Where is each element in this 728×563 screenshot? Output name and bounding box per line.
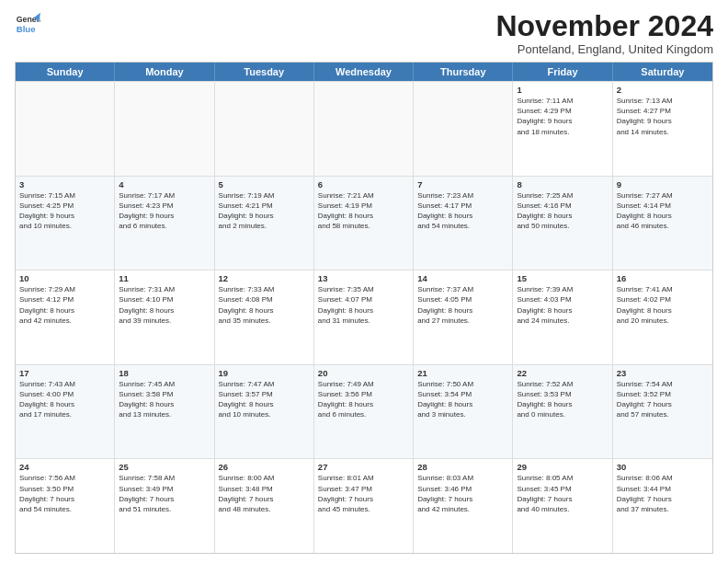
svg-text:Blue: Blue: [17, 24, 36, 34]
title-block: November 2024 Ponteland, England, United…: [495, 11, 713, 56]
header-cell-monday: Monday: [115, 63, 214, 81]
calendar-cell-10: 10Sunrise: 7:29 AM Sunset: 4:12 PM Dayli…: [16, 270, 115, 364]
day-info: Sunrise: 7:45 AM Sunset: 3:58 PM Dayligh…: [119, 379, 210, 420]
calendar-cell-4: 4Sunrise: 7:17 AM Sunset: 4:23 PM Daylig…: [115, 177, 214, 270]
day-info: Sunrise: 7:52 AM Sunset: 3:53 PM Dayligh…: [517, 379, 608, 420]
calendar-cell-5: 5Sunrise: 7:19 AM Sunset: 4:21 PM Daylig…: [215, 177, 314, 270]
calendar-cell-1: 1Sunrise: 7:11 AM Sunset: 4:29 PM Daylig…: [513, 82, 612, 176]
day-number: 20: [318, 368, 409, 378]
day-number: 7: [417, 179, 508, 190]
day-info: Sunrise: 7:54 AM Sunset: 3:52 PM Dayligh…: [617, 379, 709, 420]
calendar-cell-11: 11Sunrise: 7:31 AM Sunset: 4:10 PM Dayli…: [115, 270, 214, 364]
calendar-cell-empty: [215, 82, 314, 176]
day-info: Sunrise: 7:15 AM Sunset: 4:25 PM Dayligh…: [19, 190, 110, 232]
calendar-cell-6: 6Sunrise: 7:21 AM Sunset: 4:19 PM Daylig…: [314, 177, 414, 270]
day-number: 1: [517, 85, 608, 95]
calendar-cell-empty: [16, 82, 115, 176]
header-cell-wednesday: Wednesday: [314, 63, 414, 81]
day-number: 21: [417, 368, 508, 378]
day-info: Sunrise: 7:21 AM Sunset: 4:19 PM Dayligh…: [318, 190, 409, 232]
day-number: 15: [517, 273, 608, 283]
day-info: Sunrise: 7:25 AM Sunset: 4:16 PM Dayligh…: [517, 190, 608, 232]
calendar-cell-28: 28Sunrise: 8:03 AM Sunset: 3:46 PM Dayli…: [414, 459, 513, 553]
day-info: Sunrise: 8:00 AM Sunset: 3:48 PM Dayligh…: [219, 473, 310, 514]
day-number: 12: [219, 273, 310, 283]
calendar: SundayMondayTuesdayWednesdayThursdayFrid…: [15, 62, 713, 554]
calendar-cell-9: 9Sunrise: 7:27 AM Sunset: 4:14 PM Daylig…: [613, 177, 712, 270]
calendar-week-0: 1Sunrise: 7:11 AM Sunset: 4:29 PM Daylig…: [16, 81, 712, 176]
calendar-cell-empty: [115, 82, 214, 176]
calendar-cell-8: 8Sunrise: 7:25 AM Sunset: 4:16 PM Daylig…: [513, 177, 612, 270]
calendar-cell-24: 24Sunrise: 7:56 AM Sunset: 3:50 PM Dayli…: [16, 459, 115, 553]
day-info: Sunrise: 8:03 AM Sunset: 3:46 PM Dayligh…: [417, 473, 508, 514]
calendar-cell-26: 26Sunrise: 8:00 AM Sunset: 3:48 PM Dayli…: [215, 459, 314, 553]
day-number: 28: [417, 462, 508, 472]
calendar-cell-30: 30Sunrise: 8:06 AM Sunset: 3:44 PM Dayli…: [613, 459, 712, 553]
day-number: 22: [517, 368, 608, 378]
calendar-cell-17: 17Sunrise: 7:43 AM Sunset: 4:00 PM Dayli…: [16, 365, 115, 459]
day-info: Sunrise: 8:05 AM Sunset: 3:45 PM Dayligh…: [517, 473, 608, 514]
calendar-cell-7: 7Sunrise: 7:23 AM Sunset: 4:17 PM Daylig…: [414, 177, 513, 270]
header-cell-saturday: Saturday: [613, 63, 712, 81]
calendar-cell-empty: [314, 82, 414, 176]
calendar-cell-3: 3Sunrise: 7:15 AM Sunset: 4:25 PM Daylig…: [16, 177, 115, 270]
calendar-body: 1Sunrise: 7:11 AM Sunset: 4:29 PM Daylig…: [16, 81, 712, 553]
location: Ponteland, England, United Kingdom: [495, 42, 713, 56]
day-info: Sunrise: 7:47 AM Sunset: 3:57 PM Dayligh…: [219, 379, 310, 420]
calendar-week-3: 17Sunrise: 7:43 AM Sunset: 4:00 PM Dayli…: [16, 364, 712, 459]
day-info: Sunrise: 7:29 AM Sunset: 4:12 PM Dayligh…: [19, 284, 110, 326]
calendar-cell-12: 12Sunrise: 7:33 AM Sunset: 4:08 PM Dayli…: [215, 270, 314, 364]
day-number: 16: [617, 273, 709, 283]
day-info: Sunrise: 7:13 AM Sunset: 4:27 PM Dayligh…: [617, 96, 709, 137]
day-info: Sunrise: 7:17 AM Sunset: 4:23 PM Dayligh…: [119, 190, 210, 232]
day-number: 30: [617, 462, 709, 472]
calendar-cell-25: 25Sunrise: 7:58 AM Sunset: 3:49 PM Dayli…: [115, 459, 214, 553]
calendar-cell-20: 20Sunrise: 7:49 AM Sunset: 3:56 PM Dayli…: [314, 365, 414, 459]
day-number: 19: [219, 368, 310, 378]
day-number: 3: [19, 179, 110, 190]
calendar-header: SundayMondayTuesdayWednesdayThursdayFrid…: [16, 63, 712, 81]
page: General Blue November 2024 Ponteland, En…: [0, 0, 728, 563]
day-number: 5: [219, 179, 310, 190]
day-info: Sunrise: 7:23 AM Sunset: 4:17 PM Dayligh…: [417, 190, 508, 232]
day-info: Sunrise: 7:49 AM Sunset: 3:56 PM Dayligh…: [318, 379, 409, 420]
calendar-cell-13: 13Sunrise: 7:35 AM Sunset: 4:07 PM Dayli…: [314, 270, 414, 364]
day-number: 17: [19, 368, 110, 378]
day-number: 13: [318, 273, 409, 283]
day-number: 11: [119, 273, 210, 283]
calendar-cell-22: 22Sunrise: 7:52 AM Sunset: 3:53 PM Dayli…: [513, 365, 612, 459]
day-number: 25: [119, 462, 210, 472]
day-number: 23: [617, 368, 709, 378]
day-number: 26: [219, 462, 310, 472]
day-info: Sunrise: 8:06 AM Sunset: 3:44 PM Dayligh…: [617, 473, 709, 514]
day-number: 29: [517, 462, 608, 472]
header-cell-tuesday: Tuesday: [215, 63, 314, 81]
header: General Blue November 2024 Ponteland, En…: [15, 11, 713, 56]
day-number: 10: [19, 273, 110, 283]
logo: General Blue: [15, 11, 40, 37]
day-info: Sunrise: 7:37 AM Sunset: 4:05 PM Dayligh…: [417, 284, 508, 326]
day-info: Sunrise: 7:35 AM Sunset: 4:07 PM Dayligh…: [318, 284, 409, 326]
calendar-week-2: 10Sunrise: 7:29 AM Sunset: 4:12 PM Dayli…: [16, 270, 712, 364]
calendar-cell-empty: [414, 82, 513, 176]
day-number: 24: [19, 462, 110, 472]
day-number: 8: [517, 179, 608, 190]
day-info: Sunrise: 7:27 AM Sunset: 4:14 PM Dayligh…: [617, 190, 709, 232]
month-title: November 2024: [495, 11, 713, 40]
day-number: 9: [617, 179, 709, 190]
logo-icon: General Blue: [15, 11, 40, 37]
day-number: 4: [119, 179, 210, 190]
calendar-cell-2: 2Sunrise: 7:13 AM Sunset: 4:27 PM Daylig…: [613, 82, 712, 176]
day-info: Sunrise: 7:41 AM Sunset: 4:02 PM Dayligh…: [617, 284, 709, 326]
calendar-cell-23: 23Sunrise: 7:54 AM Sunset: 3:52 PM Dayli…: [613, 365, 712, 459]
calendar-cell-27: 27Sunrise: 8:01 AM Sunset: 3:47 PM Dayli…: [314, 459, 414, 553]
calendar-cell-14: 14Sunrise: 7:37 AM Sunset: 4:05 PM Dayli…: [414, 270, 513, 364]
day-number: 14: [417, 273, 508, 283]
calendar-cell-21: 21Sunrise: 7:50 AM Sunset: 3:54 PM Dayli…: [414, 365, 513, 459]
day-number: 2: [617, 85, 709, 95]
day-info: Sunrise: 7:50 AM Sunset: 3:54 PM Dayligh…: [417, 379, 508, 420]
day-info: Sunrise: 7:39 AM Sunset: 4:03 PM Dayligh…: [517, 284, 608, 326]
header-cell-sunday: Sunday: [16, 63, 115, 81]
day-info: Sunrise: 7:56 AM Sunset: 3:50 PM Dayligh…: [19, 473, 110, 514]
day-number: 6: [318, 179, 409, 190]
